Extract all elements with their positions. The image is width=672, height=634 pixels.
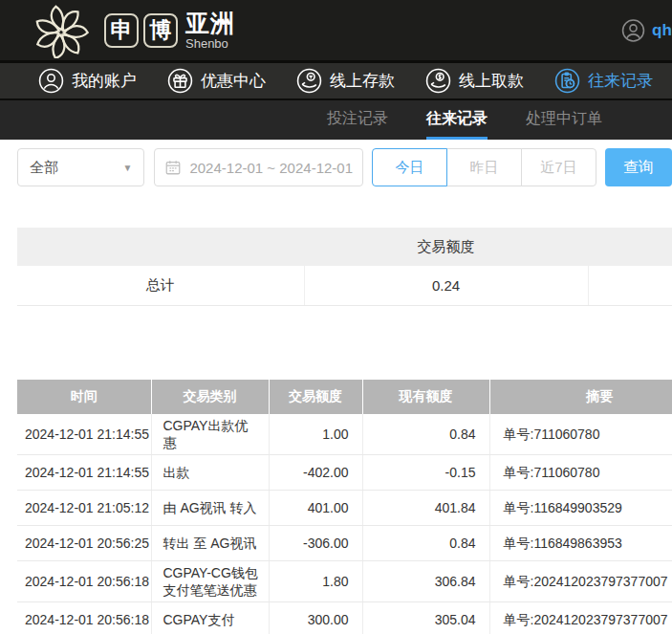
cell-type: CGPAY出款优惠 [151, 414, 269, 455]
cell-type: 由 AG视讯 转入 [151, 490, 269, 525]
brand-region-cn: 亚洲 [185, 11, 235, 35]
summary-header-row: 交易额度 [17, 228, 672, 266]
date-range-input[interactable]: 2024-12-01 ~ 2024-12-01 [154, 148, 363, 186]
nav-item-deposit[interactable]: 线上存款 [296, 68, 395, 94]
summary-header-spacer [17, 228, 304, 266]
last-7-days-button[interactable]: 近7日 [521, 148, 596, 186]
cell-balance: -0.15 [362, 454, 489, 490]
cell-time: 2024-12-01 21:14:55 [17, 414, 151, 455]
transaction-record-icon [554, 68, 580, 94]
cell-amount: 1.00 [269, 414, 362, 455]
cell-memo: 单号:202412023797377007 [489, 560, 672, 601]
cell-balance: 0.84 [362, 525, 489, 560]
table-row: 2024-12-01 21:05:12 由 AG视讯 转入 401.00 401… [17, 490, 672, 525]
quick-date-button-group: 今日 昨日 近7日 [372, 148, 596, 186]
deposit-hand-coin-icon [296, 68, 322, 94]
user-account-area[interactable]: qh [621, 18, 672, 42]
records-header-row: 时间 交易类别 交易额度 现有额度 摘要 [17, 380, 672, 414]
nav-item-label: 我的账户 [72, 70, 137, 92]
cell-time: 2024-12-01 21:05:12 [17, 490, 151, 525]
tab-pending-orders[interactable]: 处理中订单 [526, 100, 602, 140]
chevron-down-icon: ▼ [123, 163, 133, 173]
cell-amount: 401.00 [269, 490, 362, 525]
table-row: 2024-12-01 21:14:55 CGPAY出款优惠 1.00 0.84 … [17, 414, 672, 455]
table-row: 2024-12-01 20:56:18 CGPAY支付 300.00 305.0… [17, 602, 672, 634]
brand-logo[interactable]: 申 博 亚洲 Shenbo [25, 3, 235, 58]
today-button[interactable]: 今日 [372, 148, 447, 186]
summary-empty-cell [588, 266, 672, 305]
cell-amount: -306.00 [269, 525, 362, 560]
table-row: 2024-12-01 21:14:55 出款 -402.00 -0.15 单号:… [17, 454, 672, 490]
brand-char-box-bo: 博 [143, 13, 178, 48]
summary-total-label: 总计 [17, 266, 304, 305]
table-row: 2024-12-01 20:56:18 CGPAY-CG钱包支付笔笔送优惠 1.… [17, 560, 672, 601]
summary-table: 交易额度 总计 0.24 [17, 228, 672, 306]
cell-type: CGPAY支付 [151, 602, 269, 634]
cell-amount: -402.00 [269, 454, 362, 490]
cell-balance: 0.84 [362, 414, 489, 455]
search-button[interactable]: 查询 [605, 148, 672, 186]
nav-item-promotions[interactable]: 优惠中心 [167, 68, 266, 94]
transaction-records-table: 时间 交易类别 交易额度 现有额度 摘要 2024-12-01 21:14:55… [17, 380, 672, 634]
brand-region-en: Shenbo [185, 37, 235, 50]
gift-icon [167, 68, 193, 94]
cell-amount: 300.00 [269, 602, 362, 634]
nav-item-label: 优惠中心 [201, 70, 266, 92]
cell-memo: 单号:116849903529 [489, 490, 672, 525]
filter-toolbar: 全部 ▼ 2024-12-01 ~ 2024-12-01 今日 昨日 近7日 查… [17, 148, 672, 186]
cell-type: 出款 [151, 454, 269, 490]
col-header-balance: 现有额度 [362, 380, 489, 414]
nav-item-withdraw[interactable]: 线上取款 [425, 68, 524, 94]
account-person-icon [38, 68, 64, 94]
lotus-flower-logo-icon [25, 3, 98, 58]
col-header-type: 交易类别 [151, 380, 269, 414]
cell-balance: 305.04 [362, 602, 489, 634]
nav-item-label: 线上存款 [330, 70, 395, 92]
cell-time: 2024-12-01 20:56:25 [17, 525, 151, 560]
summary-header-spacer [588, 228, 672, 266]
top-brand-bar: 申 博 亚洲 Shenbo qh [0, 0, 672, 60]
summary-header-amount: 交易额度 [304, 228, 588, 266]
nav-item-transaction-records[interactable]: 往来记录 [554, 68, 653, 94]
summary-total-row: 总计 0.24 [17, 266, 672, 305]
record-sub-navigation: 投注记录 往来记录 处理中订单 [0, 100, 672, 140]
table-row: 2024-12-01 20:56:25 转出 至 AG视讯 -306.00 0.… [17, 525, 672, 560]
main-navigation-bar: 我的账户 优惠中心 线上存款 [0, 60, 672, 100]
cell-time: 2024-12-01 20:56:18 [17, 602, 151, 634]
cell-type: CGPAY-CG钱包支付笔笔送优惠 [151, 560, 269, 601]
cell-type: 转出 至 AG视讯 [151, 525, 269, 560]
cell-balance: 306.84 [362, 560, 489, 601]
transaction-type-select[interactable]: 全部 ▼ [17, 148, 144, 186]
brand-region-text: 亚洲 Shenbo [185, 11, 235, 50]
cell-memo: 单号:711060780 [489, 454, 672, 490]
cell-memo: 单号:116849863953 [489, 525, 672, 560]
yesterday-button[interactable]: 昨日 [446, 148, 522, 186]
summary-total-value: 0.24 [304, 266, 588, 305]
nav-item-label: 线上取款 [459, 70, 524, 92]
tab-transaction-records[interactable]: 往来记录 [426, 100, 488, 140]
col-header-amount: 交易额度 [269, 380, 362, 414]
cell-time: 2024-12-01 20:56:18 [17, 560, 151, 601]
nav-item-label: 往来记录 [588, 70, 653, 92]
brand-char-box-shen: 申 [104, 13, 139, 48]
cell-time: 2024-12-01 21:14:55 [17, 454, 151, 490]
transaction-type-value: 全部 [30, 159, 58, 177]
withdraw-hand-coin-icon [425, 68, 451, 94]
tab-betting-records[interactable]: 投注记录 [327, 100, 388, 140]
user-avatar-icon [621, 18, 645, 42]
calendar-icon [164, 159, 182, 176]
cell-amount: 1.80 [269, 560, 362, 601]
cell-balance: 401.84 [362, 490, 489, 525]
col-header-memo: 摘要 [489, 380, 672, 414]
username-text[interactable]: qh [652, 21, 672, 40]
nav-item-my-account[interactable]: 我的账户 [38, 68, 137, 94]
cell-memo: 单号:202412023797377007 [489, 602, 672, 634]
date-range-value: 2024-12-01 ~ 2024-12-01 [189, 160, 353, 176]
cell-memo: 单号:711060780 [489, 414, 672, 455]
col-header-time: 时间 [17, 380, 151, 414]
